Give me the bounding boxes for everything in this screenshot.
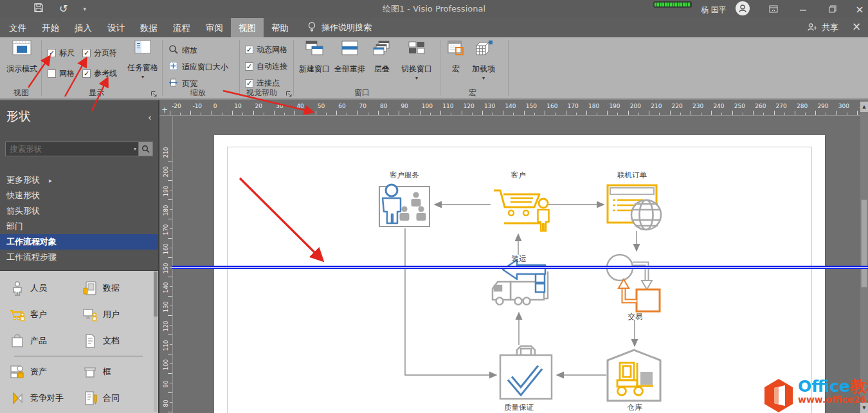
node-label: 装运 [512, 254, 527, 263]
chevron-down-icon[interactable]: ▾ [134, 146, 136, 152]
shape-item-label: 合同 [103, 392, 120, 404]
crates-blue-icon [536, 274, 545, 292]
tab-设计[interactable]: 设计 [100, 18, 132, 37]
search-button[interactable] [139, 142, 153, 156]
tab-审阅[interactable]: 审阅 [198, 18, 231, 37]
shapes-panel-title: 形状 [6, 108, 31, 125]
customer-cart-icon [9, 307, 26, 322]
checkbox-box [48, 69, 56, 78]
presentation-mode-button[interactable]: 演示模式 [5, 40, 39, 75]
minimize-button[interactable] [792, 2, 814, 16]
close-button[interactable]: × [849, 2, 868, 16]
close-ribbon-icon[interactable]: × [849, 20, 864, 33]
crate-gray-icon [640, 372, 653, 385]
switch-windows-icon [407, 40, 426, 59]
checkbox-box: ✓ [245, 62, 253, 71]
stencil-category-工作流程对象[interactable]: 工作流程对象 [0, 234, 158, 250]
macros-button[interactable]: 宏 [445, 40, 467, 75]
share-icon [807, 23, 818, 33]
document-icon [82, 333, 98, 349]
horizontal-guide-line[interactable] [172, 266, 868, 269]
chevron-down-icon: ▾ [415, 75, 418, 81]
shape-item-文档[interactable]: 文档 [77, 327, 149, 354]
chevron-right-icon: ▸ [49, 177, 52, 184]
tab-数据[interactable]: 数据 [132, 18, 165, 37]
connector-service-to-quality[interactable] [405, 228, 496, 375]
guides-checkbox[interactable]: ✓参考线 [82, 68, 117, 79]
addins-button[interactable]: 加载项 ▾ [468, 40, 499, 81]
arrange-all-button[interactable]: 全部重排 [332, 40, 368, 75]
ruler-checkbox[interactable]: ✓标尺 [48, 48, 75, 59]
tab-开始[interactable]: 开始 [34, 18, 67, 37]
shape-item-竞争对手[interactable]: 竞争对手 [4, 385, 77, 411]
group-label-view: 视图 [3, 87, 40, 98]
tab-流程[interactable]: 流程 [165, 18, 198, 37]
maximize-button[interactable] [822, 2, 844, 16]
stencil-category-快速形状[interactable]: 快速形状 [0, 188, 158, 203]
node-online-order[interactable]: 联机订单 [608, 170, 661, 230]
avatar[interactable] [736, 1, 750, 15]
watermark: Office教程网 www.office26.com [762, 378, 868, 413]
shape-grid: 人员数据客户用户产品文档资产框竞争对手合同 [0, 271, 158, 411]
watermark-brand-blue: Office [798, 377, 850, 396]
shape-search-input[interactable] [5, 142, 139, 156]
shape-item-产品[interactable]: 产品 [4, 327, 77, 354]
tell-me-search[interactable]: 操作说明搜索 [307, 18, 372, 37]
dynamic-grid-checkbox[interactable]: ✓动态网格 [245, 44, 287, 55]
grid-checkbox[interactable]: 网格 [48, 68, 75, 79]
box-icon [82, 364, 98, 380]
tab-文件[interactable]: 文件 [1, 18, 34, 37]
battery-indicator [653, 1, 692, 8]
node-warehouse[interactable]: 仓库 [608, 350, 660, 412]
node-customer-service[interactable]: 客户服务 [379, 170, 429, 226]
panel-scrollbar-thumb[interactable] [154, 271, 158, 317]
stencil-category-箭头形状[interactable]: 箭头形状 [0, 203, 158, 219]
switch-windows-button[interactable]: 切换窗口 ▾ [399, 40, 435, 81]
office-logo-icon [762, 378, 795, 413]
zoom-button[interactable]: 缩放 [168, 44, 197, 56]
competitor-icon [9, 390, 26, 406]
task-panes-icon [134, 40, 151, 57]
new-window-button[interactable]: 新建窗口 [297, 40, 332, 75]
page-breaks-checkbox[interactable]: ✓分页符 [82, 48, 117, 59]
show-dialog-launcher-icon[interactable] [150, 88, 158, 96]
group-label-macros: 宏 [450, 87, 495, 98]
fit-to-window-button[interactable]: 适应窗口大小 [168, 61, 228, 73]
ribbon-display-options-button[interactable] [763, 2, 784, 16]
shape-item-资产[interactable]: 资产 [4, 358, 77, 385]
shape-item-框[interactable]: 框 [77, 358, 149, 385]
checkbox-box: ✓ [48, 49, 56, 57]
checkbox-box: ✓ [82, 69, 91, 78]
tab-帮助[interactable]: 帮助 [264, 18, 296, 37]
tell-me-label: 操作说明搜索 [321, 22, 372, 33]
stencil-category-工作流程步骤[interactable]: 工作流程步骤 [0, 250, 158, 265]
shape-item-合同[interactable]: 合同 [77, 385, 149, 411]
node-customer[interactable]: 客户 [494, 170, 549, 231]
collapse-panel-icon[interactable]: ‹ [148, 112, 152, 124]
shape-item-人员[interactable]: 人员 [4, 275, 77, 301]
fit-window-icon [168, 61, 178, 73]
drawing-canvas[interactable]: +-20-10010203040506070809010011012013014… [159, 100, 868, 413]
stencil-category-更多形状[interactable]: 更多形状▸ [0, 172, 158, 188]
shape-item-客户[interactable]: 客户 [4, 301, 77, 327]
tab-插入[interactable]: 插入 [67, 18, 100, 37]
menubar: 文件开始插入设计数据流程审阅视图帮助 操作说明搜索 共享 × [0, 18, 868, 37]
stencil-category-部门[interactable]: 部门 [0, 219, 158, 234]
group-label-zoom: 缩放 [172, 87, 224, 98]
shape-item-用户[interactable]: 用户 [77, 301, 149, 327]
checkbox-box: ✓ [82, 49, 91, 57]
new-window-icon [305, 40, 324, 59]
visual-aids-dialog-launcher-icon[interactable] [285, 88, 293, 96]
cascade-button[interactable]: 层叠 [368, 40, 396, 75]
shape-item-数据[interactable]: 数据 [77, 275, 149, 301]
task-panes-button[interactable]: 任务窗格 ▾ [126, 40, 159, 80]
tab-视图[interactable]: 视图 [231, 18, 264, 37]
group-label-show: 显示 [71, 87, 122, 98]
presentation-mode-icon [12, 40, 32, 59]
node-shipping[interactable]: 装运 [493, 254, 548, 305]
autoconnect-checkbox[interactable]: ✓自动连接 [245, 61, 287, 72]
node-transaction[interactable]: 交易 [607, 255, 660, 321]
node-quality-assurance[interactable]: 质量保证 [500, 346, 552, 412]
share-button[interactable]: 共享 [807, 18, 838, 37]
search-icon [141, 145, 150, 153]
